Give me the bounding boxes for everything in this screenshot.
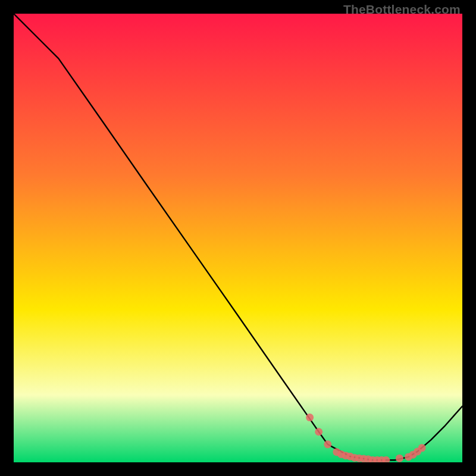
- chart-svg: [14, 14, 462, 462]
- data-dot: [315, 428, 322, 436]
- chart-frame: [14, 14, 462, 462]
- data-dot: [418, 444, 426, 452]
- attribution-label: TheBottleneck.com: [343, 2, 461, 17]
- gradient-background: [14, 14, 462, 462]
- data-dot: [396, 455, 403, 462]
- data-dot: [324, 440, 331, 448]
- data-dot: [306, 414, 314, 421]
